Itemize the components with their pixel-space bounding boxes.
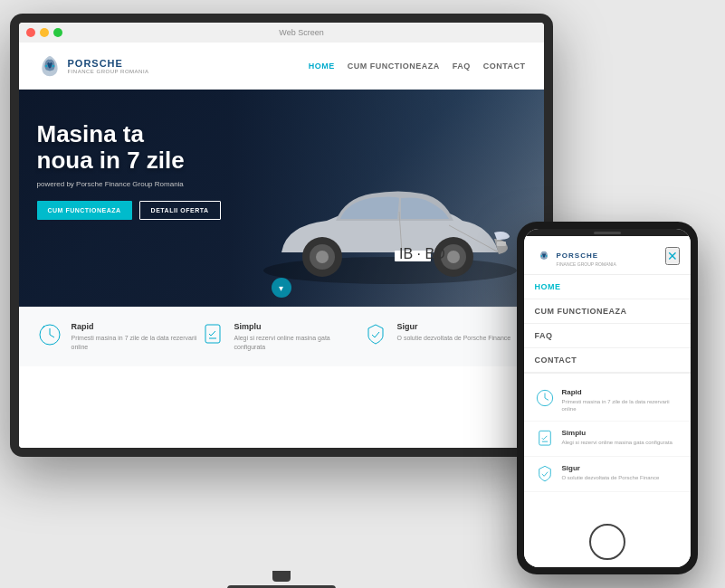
feature-rapid-desc: Primesti masina in 7 zile de la data rez…: [72, 334, 200, 352]
window-title: Web Screen: [67, 28, 537, 37]
mobile-nav-faq[interactable]: FAQ: [524, 324, 691, 348]
mobile-nav-contact[interactable]: CONTACT: [524, 348, 691, 373]
mobile-nav-cum-functioneaza[interactable]: CUM FUNCTIONEAZA: [524, 299, 691, 324]
mobile-top-bar: [524, 229, 691, 236]
hero-buttons: CUM FUNCTIONEAZA DETALII OFERTA: [37, 201, 221, 220]
clock-icon: [37, 322, 62, 347]
features-section: Rapid Primesti masina in 7 zile de la da…: [19, 307, 544, 366]
scene: Web Screen: [10, 14, 716, 574]
svg-point-5: [316, 251, 329, 263]
hero-title-line1: Masina ta: [37, 120, 145, 147]
document-check-icon: [200, 322, 225, 347]
nav-links: HOME CUM FUNCTIONEAZA FAQ CONTACT: [309, 62, 526, 71]
desktop-screen: Web Screen: [19, 23, 544, 448]
hero-section: IB · BD Masina ta noua in 7 zile powered…: [19, 90, 544, 307]
svg-line-19: [545, 398, 549, 400]
mobile-feature-simplu: Simplu Alegi si rezervi online masina ga…: [524, 422, 691, 457]
cum-functioneaza-button[interactable]: CUM FUNCTIONEAZA: [37, 201, 132, 220]
hero-subtitle: powered by Porsche Finance Group Romania: [37, 180, 221, 188]
feature-rapid-text: Rapid Primesti masina in 7 zile de la da…: [72, 322, 200, 352]
site-nav: PORSCHE FINANCE GROUP ROMANIA HOME CUM F…: [19, 43, 544, 90]
mobile-feature-rapid-desc: Primesti masina in 7 zile de la data rez…: [562, 398, 680, 413]
mobile-logo-area: PORSCHE FINANCE GROUP ROMANIA: [535, 245, 616, 267]
mobile-feature-simplu-desc: Alegi si rezervi online masina gata conf…: [562, 439, 673, 446]
hero-title-line2: noua in 7 zile: [37, 147, 185, 174]
svg-line-14: [50, 335, 54, 337]
svg-rect-9: [497, 242, 506, 246]
detalii-oferta-button[interactable]: DETALII OFERTA: [139, 201, 221, 220]
feature-simplu-text: Simplu Alegi si rezervi online masina ga…: [234, 322, 363, 352]
mac-titlebar: Web Screen: [19, 23, 544, 43]
nav-cum-functioneaza[interactable]: CUM FUNCTIONEAZA: [348, 62, 440, 71]
mobile-logo-icon: [535, 247, 553, 265]
mobile-feature-simplu-text: Simplu Alegi si rezervi online masina ga…: [562, 429, 673, 446]
mobile-logo-sub: FINANCE GROUP ROMANIA: [557, 261, 616, 267]
desktop-stand: [227, 571, 336, 588]
car-image: IB · BD: [254, 171, 526, 289]
mobile-clock-icon: [535, 388, 555, 408]
svg-point-0: [263, 257, 517, 284]
website-content: PORSCHE FINANCE GROUP ROMANIA HOME CUM F…: [19, 43, 544, 448]
feature-simplu: Simplu Alegi si rezervi online masina ga…: [200, 322, 363, 352]
mobile-speaker: [594, 232, 621, 234]
mobile-nav-home[interactable]: HOME: [524, 275, 691, 299]
mac-minimize-btn[interactable]: [40, 28, 49, 37]
logo-text-area: PORSCHE FINANCE GROUP ROMANIA: [68, 58, 149, 74]
mobile-feature-rapid: Rapid Primesti masina in 7 zile de la da…: [524, 381, 691, 422]
porsche-logo-icon: [37, 53, 62, 79]
mac-maximize-btn[interactable]: [53, 28, 62, 37]
mobile-feature-sigur-text: Sigur O solutie dezvoltata de Porsche Fi…: [562, 464, 660, 481]
mobile-logo-brand: PORSCHE: [557, 251, 599, 260]
stand-neck: [272, 571, 291, 582]
mobile-feature-simplu-title: Simplu: [562, 429, 673, 437]
logo-area: PORSCHE FINANCE GROUP ROMANIA: [37, 53, 149, 79]
svg-text:IB · BD: IB · BD: [399, 246, 445, 261]
svg-point-8: [447, 251, 460, 263]
mobile-features: Rapid Primesti masina in 7 zile de la da…: [524, 374, 691, 499]
shield-icon: [363, 322, 388, 347]
mobile-nav-panel: PORSCHE FINANCE GROUP ROMANIA ✕ HOME CUM…: [524, 236, 691, 567]
logo-brand: PORSCHE: [68, 58, 149, 69]
mobile-home-button[interactable]: [589, 524, 625, 560]
mobile-mockup: PORSCHE FINANCE GROUP ROMANIA ✕ HOME CUM…: [517, 222, 698, 574]
feature-sigur: Sigur O solutie dezvoltata de Porsche Fi…: [363, 322, 526, 352]
feature-sigur-title: Sigur: [397, 322, 511, 331]
mac-close-btn[interactable]: [26, 28, 35, 37]
mobile-nav-header: PORSCHE FINANCE GROUP ROMANIA ✕: [524, 236, 691, 275]
mobile-screen: PORSCHE FINANCE GROUP ROMANIA ✕ HOME CUM…: [524, 229, 691, 567]
feature-simplu-title: Simplu: [234, 322, 363, 331]
mobile-feature-rapid-title: Rapid: [562, 388, 680, 396]
feature-rapid: Rapid Primesti masina in 7 zile de la da…: [37, 322, 200, 352]
mobile-document-icon: [535, 429, 555, 449]
scroll-indicator[interactable]: ▾: [272, 278, 291, 298]
mobile-logo-text: PORSCHE FINANCE GROUP ROMANIA: [557, 245, 616, 267]
hero-text: Masina ta noua in 7 zile powered by Pors…: [37, 121, 221, 220]
feature-sigur-desc: O solutie dezvoltata de Porsche Finance: [397, 334, 511, 343]
car-svg: IB · BD: [254, 171, 526, 289]
feature-sigur-text: Sigur O solutie dezvoltata de Porsche Fi…: [397, 322, 511, 343]
mobile-feature-sigur-desc: O solutie dezvoltata de Porsche Finance: [562, 474, 660, 481]
mobile-feature-rapid-text: Rapid Primesti masina in 7 zile de la da…: [562, 388, 680, 413]
hero-title: Masina ta noua in 7 zile: [37, 121, 221, 173]
feature-simplu-desc: Alegi si rezervi online masina gata conf…: [234, 334, 363, 352]
nav-contact[interactable]: CONTACT: [483, 62, 526, 71]
mobile-nav-links: HOME CUM FUNCTIONEAZA FAQ CONTACT: [524, 275, 691, 374]
mobile-feature-sigur-title: Sigur: [562, 464, 660, 472]
mobile-close-button[interactable]: ✕: [665, 247, 680, 265]
mobile-feature-sigur: Sigur O solutie dezvoltata de Porsche Fi…: [524, 457, 691, 492]
nav-home[interactable]: HOME: [309, 62, 335, 71]
nav-faq[interactable]: FAQ: [453, 62, 471, 71]
logo-subtitle: FINANCE GROUP ROMANIA: [68, 69, 149, 74]
desktop-mockup: Web Screen: [10, 14, 553, 457]
feature-rapid-title: Rapid: [72, 322, 200, 331]
mobile-shield-icon: [535, 464, 555, 484]
